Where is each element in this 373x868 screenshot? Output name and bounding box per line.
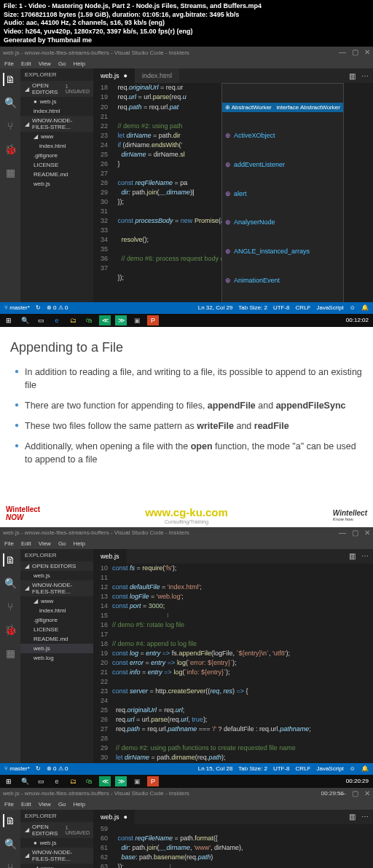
split-editor-icon[interactable]: ▥ — [349, 552, 356, 560]
close-button[interactable]: ✕ — [364, 789, 370, 797]
more-icon[interactable]: ⋯ — [361, 813, 369, 821]
extensions-icon[interactable]: ▦ — [4, 647, 17, 660]
edge-icon[interactable]: e — [51, 776, 63, 786]
status-sync-icon[interactable]: ↻ — [36, 765, 41, 772]
sidebar-item-www[interactable]: ◢ www — [20, 596, 93, 606]
split-editor-icon[interactable]: ▥ — [349, 813, 356, 821]
code-lines[interactable]: const reqFileName = path.format({ dir: p… — [112, 824, 373, 869]
sidebar-item-readme[interactable]: README.md — [20, 634, 93, 644]
status-bell-icon[interactable]: 🔔 — [361, 304, 369, 311]
intellisense-item[interactable]: ⊕AnimationEvent — [222, 275, 343, 286]
sidebar-item-indexhtml[interactable]: index.html — [20, 106, 93, 116]
intellisense-item[interactable]: ⊕ActiveXObject — [222, 130, 343, 141]
store-icon[interactable]: 🛍 — [83, 776, 95, 786]
search-icon[interactable]: 🔍 — [4, 96, 17, 109]
powerpoint-icon[interactable]: P — [147, 776, 159, 786]
explorer-taskbar-icon[interactable]: 🗂 — [67, 776, 79, 786]
maximize-button[interactable]: ▢ — [352, 529, 358, 537]
intellisense-popup[interactable]: ⊕ AbstractWorker interface AbstractWorke… — [221, 83, 344, 301]
status-ln[interactable]: Ln 15, Col 28 — [198, 765, 233, 772]
sidebar-item-webjs2[interactable]: web.js — [20, 644, 93, 653]
explorer-taskbar-icon[interactable]: 🗂 — [67, 315, 79, 326]
close-button[interactable]: ✕ — [364, 529, 370, 537]
sidebar-item-gitignore[interactable]: .gitignore — [20, 615, 93, 625]
status-tab[interactable]: Tab Size: 2 — [238, 304, 267, 311]
taskview-icon[interactable]: ▭ — [35, 315, 47, 326]
status-branch[interactable]: ⑂ master* — [4, 765, 30, 772]
project-section[interactable]: ◢ WNOW-NODE-FILES-STRE... — [20, 116, 93, 132]
maximize-button[interactable]: ▢ — [352, 789, 358, 797]
menu-view[interactable]: View — [39, 540, 51, 547]
search-taskbar-icon[interactable]: 🔍 — [19, 776, 31, 786]
menu-edit[interactable]: Edit — [21, 801, 31, 808]
minimize-button[interactable]: — — [339, 48, 346, 56]
close-button[interactable]: ✕ — [364, 48, 370, 56]
sidebar-item-www[interactable]: ◢ www — [20, 864, 93, 869]
sidebar-item-webjs[interactable]: web.js — [20, 571, 93, 580]
intellisense-item[interactable]: ⊕addEventListener — [222, 159, 343, 170]
sidebar-item-indexhtml[interactable]: index.html — [20, 606, 93, 615]
menu-help[interactable]: Help — [74, 801, 85, 808]
search-icon[interactable]: 🔍 — [4, 577, 17, 590]
explorer-icon[interactable]: 🗎 — [3, 814, 16, 827]
store-icon[interactable]: 🛍 — [83, 315, 95, 326]
status-crlf[interactable]: CRLF — [296, 765, 311, 772]
status-bell-icon[interactable]: 🔔 — [361, 765, 369, 772]
taskview-icon[interactable]: ▭ — [35, 776, 47, 786]
menu-edit[interactable]: Edit — [21, 540, 31, 547]
intellisense-item[interactable]: ⊕AnalyserNode — [222, 217, 343, 228]
minimize-button[interactable]: — — [339, 529, 346, 537]
scm-icon[interactable]: ⑂ — [4, 861, 17, 869]
start-icon[interactable]: ⊞ — [3, 315, 15, 326]
code-editor[interactable]: 1819202122232425262728293031323334353637… — [93, 83, 373, 301]
sidebar-item-readme[interactable]: README.md — [20, 170, 93, 179]
status-feedback-icon[interactable]: ☺ — [350, 765, 356, 772]
tab-webjs[interactable]: web.js● — [93, 68, 135, 83]
scm-icon[interactable]: ⑂ — [4, 119, 17, 133]
menu-go[interactable]: Go — [58, 60, 66, 67]
explorer-icon[interactable]: 🗎 — [3, 73, 16, 86]
menu-file[interactable]: File — [4, 801, 14, 808]
status-errors[interactable]: ⊗ 0 ⚠ 0 — [47, 765, 68, 772]
menu-go[interactable]: Go — [58, 540, 66, 547]
code-lines[interactable]: req.originalUrl = req.ur req.url = url.p… — [112, 83, 373, 301]
project-section[interactable]: ◢ WNOW-NODE-FILES-STRE... — [20, 580, 93, 596]
menu-help[interactable]: Help — [74, 540, 85, 547]
scm-icon[interactable]: ⑂ — [4, 600, 17, 613]
more-icon[interactable]: ⋯ — [361, 72, 369, 80]
tab-indexhtml[interactable]: index.html — [135, 68, 179, 83]
powerpoint-icon[interactable]: P — [147, 315, 159, 326]
sidebar-item-webjs[interactable]: ● web.js — [20, 97, 93, 106]
status-lang[interactable]: JavaScript — [316, 304, 343, 311]
status-enc[interactable]: UTF-8 — [273, 304, 290, 311]
sidebar-item-gitignore[interactable]: .gitignore — [20, 151, 93, 160]
edge-icon[interactable]: e — [51, 315, 63, 326]
menu-help[interactable]: Help — [74, 60, 85, 67]
sidebar-item-webjs[interactable]: ● web.js — [20, 838, 93, 848]
sidebar-item-webjs2[interactable]: web.js — [20, 179, 93, 189]
open-editors-section[interactable]: ◢ OPEN EDITORS 1 UNSAVED — [20, 81, 93, 97]
sidebar-item-license[interactable]: LICENSE — [20, 160, 93, 170]
vscode-taskbar-icon-2[interactable]: ≫ — [115, 315, 127, 326]
menu-edit[interactable]: Edit — [21, 60, 31, 67]
vscode-taskbar-icon[interactable]: ≪ — [99, 315, 111, 326]
debug-icon[interactable]: 🐞 — [4, 143, 17, 156]
status-enc[interactable]: UTF-8 — [273, 765, 290, 772]
status-sync-icon[interactable]: ↻ — [36, 304, 41, 311]
code-editor[interactable]: 1011121314151617181920212223242526272829… — [93, 564, 373, 763]
tab-webjs[interactable]: web.js● — [93, 810, 135, 824]
terminal-icon[interactable]: ▣ — [131, 776, 143, 786]
terminal-icon[interactable]: ▣ — [131, 315, 143, 326]
sidebar-item-license[interactable]: LICENSE — [20, 625, 93, 634]
menu-file[interactable]: File — [4, 60, 14, 67]
project-section[interactable]: ◢ WNOW-NODE-FILES-STRE... — [20, 848, 93, 864]
status-feedback-icon[interactable]: ☺ — [350, 304, 356, 311]
vscode-taskbar-icon-2[interactable]: ≫ — [115, 776, 127, 786]
open-editors-section[interactable]: ◢ OPEN EDITORS 1 UNSAVED — [20, 822, 93, 838]
status-crlf[interactable]: CRLF — [296, 304, 311, 311]
code-editor[interactable]: 5960616263646566676869707172737475767778… — [93, 824, 373, 869]
status-errors[interactable]: ⊗ 0 ⚠ 0 — [47, 304, 68, 311]
status-tab[interactable]: Tab Size: 2 — [238, 765, 267, 772]
sidebar-item-www[interactable]: ◢ www — [20, 132, 93, 141]
maximize-button[interactable]: ▢ — [352, 48, 358, 56]
